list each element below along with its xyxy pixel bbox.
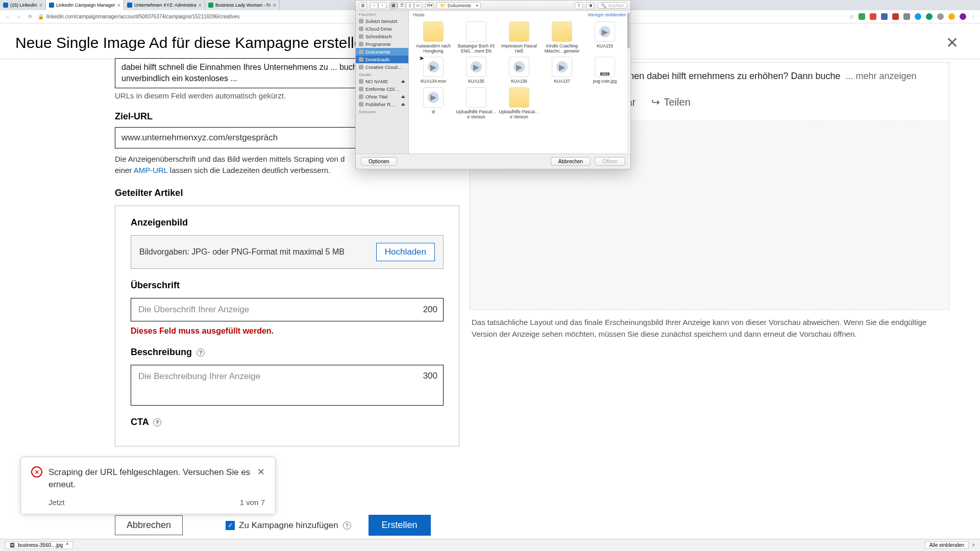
search-field[interactable]: 🔍Suchen [597,2,627,9]
toast-close-icon[interactable]: ✕ [257,466,265,478]
error-toast: ✕ Scraping der URL fehlgeschlagen. Versu… [20,457,276,514]
list-view-icon[interactable]: ☰ [398,2,406,9]
amp-url-link[interactable]: AMP-URL [134,166,168,174]
browser-tab[interactable]: Unternehmen XYZ: Administra× [124,0,205,10]
sidebar-item[interactable]: Creative Cloud… [356,63,408,71]
chevron-up-icon[interactable]: ^ [66,542,68,548]
file-name: st [432,109,435,114]
beschreibung-textarea[interactable]: Die Beschreibung Ihrer Anzeige [131,365,444,406]
char-count: 300 [423,371,437,381]
tab-close-icon[interactable]: × [117,2,120,8]
back-icon[interactable]: ← [4,14,11,19]
close-icon[interactable]: ✕ [940,34,965,52]
file-item[interactable]: ▶KUA135 [455,55,498,85]
menu-icon[interactable]: ⋮ [971,14,976,19]
scrollbar-thumb[interactable] [627,13,630,48]
icon-view-icon[interactable]: ▦ [389,2,398,9]
eject-icon[interactable]: ⏏ [401,102,405,107]
show-all-downloads[interactable]: Alle einblenden [925,541,969,549]
preview-disclaimer: Das tatsächliche Layout und das finale E… [470,317,949,340]
extension-icon[interactable] [937,13,944,20]
extension-icon[interactable] [915,13,921,20]
upload-icon[interactable]: ⇧ [575,2,583,9]
help-icon[interactable]: ? [197,348,205,357]
eject-icon[interactable]: ⏏ [401,79,405,84]
tab-close-icon[interactable]: × [199,2,202,8]
tag-icon[interactable]: ◑ [586,2,594,9]
sidebar-section-header: Geräte [356,71,408,78]
share-action[interactable]: ↪Teilen [651,96,691,108]
extension-icon[interactable] [903,13,910,20]
sidebar-item[interactable]: Schreibtisch [356,33,408,40]
help-icon[interactable]: ? [153,418,161,427]
extension-icon[interactable] [948,13,955,20]
file-oeffnen-button[interactable]: Öffnen [595,157,625,166]
abbrechen-button[interactable]: Abbrechen [115,515,183,535]
documents-icon [359,49,363,54]
file-item[interactable]: Uploadhilfe Pascal…e Version [455,86,498,121]
file-item[interactable]: Baisangur Buch #3 ENG…ment EN [455,20,498,55]
close-shelf-icon[interactable]: × [972,542,975,548]
file-item[interactable]: ▶KUA137 [541,55,583,85]
eject-icon[interactable]: ⏏ [401,94,405,99]
download-item[interactable]: 🖼 business-3560…jpg ^ [5,541,73,549]
browser-tab[interactable]: (15) LinkedIn× [0,0,46,10]
file-item[interactable]: ▶KUA133 [583,20,626,55]
hochladen-button[interactable]: Hochladen [376,243,435,261]
group-icon[interactable]: ⊟▾ [425,2,433,9]
back-icon[interactable]: ‹ [370,2,378,9]
optionen-button[interactable]: Optionen [361,157,397,166]
file-item[interactable]: ▶st [412,86,455,121]
scrollbar[interactable] [627,12,630,153]
cloud-icon [359,65,363,69]
file-item[interactable]: Auswandern nach Hongkong [412,20,455,55]
file-item[interactable]: ▶KUA134.mov [412,55,455,85]
file-item[interactable]: Impressum Pascal Heß [498,20,541,55]
column-view-icon[interactable]: ▯ [406,2,414,9]
sidebar-section-header: Favoriten [356,11,408,17]
file-item[interactable]: pug cute.jpg [583,55,626,85]
erstellen-button[interactable]: Erstellen [369,515,431,536]
sidebar-item-selected[interactable]: Dokumente [356,48,408,56]
bildvorgaben-text: Bildvorgaben: JPG- oder PNG-Format mit m… [139,246,345,258]
sidebar-item[interactable]: Ohne Titel⏏ [356,93,408,101]
file-item[interactable]: Kindle Coaching Mitschri…gemeier [541,20,583,55]
sidebar-item[interactable]: Downloads [356,56,408,63]
extension-icon[interactable] [870,13,876,20]
extension-icon[interactable] [881,13,888,20]
sidebar-item[interactable]: Entfernte CD/… [356,85,408,93]
ueberschrift-input[interactable]: Die Überschrift Ihrer Anzeige [131,298,444,321]
help-icon[interactable]: ? [343,521,351,530]
browser-tab[interactable]: LinkedIn Campaign Manager× [46,0,124,10]
forward-icon[interactable]: → [15,14,22,19]
profile-avatar[interactable] [960,13,966,20]
bookmark-icon[interactable]: ☆ [849,14,854,19]
file-item[interactable]: Uploadhilfe Pascal…e Version [498,86,541,121]
forward-icon[interactable]: › [378,2,386,9]
sidebar-toggle-icon[interactable]: ▥ [359,2,367,9]
tab-close-icon[interactable]: × [273,2,276,8]
sidebar-item[interactable]: iCloud Drive [356,25,408,33]
sidebar-item[interactable]: NO NAME⏏ [356,78,408,85]
ueberschrift-error: Dieses Feld muss ausgefüllt werden. [131,327,444,336]
extension-icon[interactable] [859,13,865,20]
sidebar-item[interactable]: Publisher R…⏏ [356,101,408,108]
collapse-link[interactable]: Weniger einblenden [588,12,626,17]
sidebar-item[interactable]: Zuletzt benutzt [356,17,408,25]
path-dropdown[interactable]: 📁Dokumente [436,2,481,9]
extension-icon[interactable] [926,13,933,20]
reload-icon[interactable]: ⟳ [27,14,34,19]
address-bar[interactable]: 🔒 linkedin.com/campaignmanager/account/5… [38,14,240,19]
browser-tab[interactable]: Business Lady Woman - Fr× [205,0,280,10]
file-item[interactable]: ▶KUA136 [498,55,541,85]
tab-close-icon[interactable]: × [39,2,42,8]
fold-file-icon [509,21,529,42]
sidebar-item[interactable]: Programme [356,40,408,48]
gallery-view-icon[interactable]: ▭ [414,2,422,9]
file-name: Baisangur Buch #3 ENG…ment EN [456,43,497,54]
file-abbrechen-button[interactable]: Abbrechen [551,157,591,166]
show-more-link[interactable]: ... mehr anzeigen [846,71,917,81]
extension-icon[interactable] [892,13,899,20]
add-to-campaign-checkbox[interactable]: ✓ [226,521,235,530]
file-name: pug cute.jpg [593,79,617,84]
